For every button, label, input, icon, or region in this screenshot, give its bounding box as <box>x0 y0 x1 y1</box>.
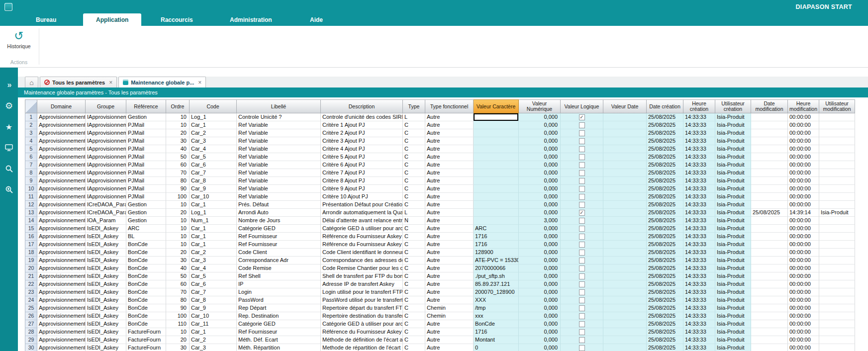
row-number-cell[interactable]: 3 <box>25 129 37 137</box>
cell-domaine[interactable]: Approvisionnement <box>37 145 86 153</box>
cell-description[interactable]: Délai d'attente avant relance entre <box>321 217 403 225</box>
cell-heure_modification[interactable]: 00:00:00 <box>788 264 819 272</box>
cell-utilisateur_creation[interactable]: Isia-Produit <box>715 225 751 233</box>
cell-utilisateur_creation[interactable]: Isia-Produit <box>715 280 751 288</box>
cell-ordre[interactable]: 70 <box>166 169 190 177</box>
zoom-icon[interactable] <box>5 185 13 194</box>
cell-date_creation[interactable]: 25/08/2025 <box>647 161 683 169</box>
cell-groupe[interactable]: IOA_Param <box>86 217 126 225</box>
row-number-cell[interactable]: 26 <box>25 312 37 320</box>
cell-heure_modification[interactable]: 00:00:00 <box>788 153 819 161</box>
cell-code[interactable]: Car_9 <box>190 185 237 193</box>
valeur-logique-checkbox[interactable] <box>579 345 585 351</box>
cell-groupe[interactable]: IApprovisionnement <box>86 121 126 129</box>
cell-description[interactable]: Référence du Fournisseur Askey d <box>321 241 403 249</box>
cell-domaine[interactable]: Approvisionnement <box>37 233 86 241</box>
cell-date_creation[interactable]: 25/08/2025 <box>647 185 683 193</box>
cell-heure_modification[interactable]: 00:00:00 <box>788 344 819 351</box>
cell-reference[interactable]: ARC <box>126 225 166 233</box>
cell-valeur_numerique[interactable]: 0,000 <box>519 145 561 153</box>
cell-valeur_logique[interactable] <box>561 249 603 257</box>
cell-utilisateur_modification[interactable] <box>819 137 855 145</box>
cell-heure_creation[interactable]: 14:33:33 <box>683 249 715 257</box>
cell-groupe[interactable]: IsEDI_Askey <box>86 328 126 336</box>
cell-ordre[interactable]: 20 <box>166 209 190 217</box>
cell-heure_creation[interactable]: 14:33:33 <box>683 201 715 209</box>
cell-heure_modification[interactable]: 00:00:00 <box>788 185 819 193</box>
cell-domaine[interactable]: Approvisionnement <box>37 288 86 296</box>
cell-valeur_numerique[interactable]: 0,000 <box>519 233 561 241</box>
cell-type[interactable]: C <box>403 264 425 272</box>
cell-description[interactable]: Critère 6 Ajout PJ <box>321 161 403 169</box>
cell-code[interactable]: Car_1 <box>190 241 237 249</box>
valeur-logique-checkbox[interactable] <box>579 138 585 144</box>
cell-heure_creation[interactable]: 14:33:33 <box>683 312 715 320</box>
cell-code[interactable]: Car_10 <box>190 312 237 320</box>
cell-utilisateur_creation[interactable]: Isia-Produit <box>715 320 751 328</box>
cell-valeur_caractere[interactable]: ./put_sftp.sh <box>474 272 519 280</box>
cell-valeur_date[interactable] <box>603 153 647 161</box>
cell-libelle[interactable]: IP <box>237 280 321 288</box>
row-number-cell[interactable]: 4 <box>25 137 37 145</box>
cell-heure_creation[interactable]: 14:33:33 <box>683 161 715 169</box>
cell-utilisateur_creation[interactable]: Isia-Produit <box>715 153 751 161</box>
cell-type_fonctionnel[interactable]: Autre <box>425 280 474 288</box>
cell-date_modification[interactable] <box>751 129 788 137</box>
cell-ordre[interactable]: 30 <box>166 344 190 351</box>
cell-libelle[interactable]: Arrondi Auto <box>237 209 321 217</box>
cell-date_modification[interactable]: 25/08/2025 <box>751 209 788 217</box>
cell-heure_modification[interactable]: 00:00:00 <box>788 233 819 241</box>
cell-utilisateur_creation[interactable]: Isia-Produit <box>715 201 751 209</box>
cell-domaine[interactable]: Approvisionnement <box>37 161 86 169</box>
cell-description[interactable]: Adresse IP de transfert Askey <box>321 280 403 288</box>
monitor-icon[interactable] <box>4 143 13 152</box>
cell-groupe[interactable]: IsEDI_Askey <box>86 233 126 241</box>
cell-libelle[interactable]: Code Client <box>237 249 321 257</box>
row-number-cell[interactable]: 6 <box>25 153 37 161</box>
cell-ordre[interactable]: 20 <box>166 129 190 137</box>
column-header-libelle[interactable]: Libellé <box>237 99 321 113</box>
cell-type_fonctionnel[interactable]: Autre <box>425 217 474 225</box>
cell-libelle[interactable]: Ref Variable <box>237 177 321 185</box>
cell-valeur_date[interactable] <box>603 161 647 169</box>
cell-heure_modification[interactable]: 00:00:00 <box>788 161 819 169</box>
cell-valeur_date[interactable] <box>603 288 647 296</box>
row-number-cell[interactable]: 18 <box>25 249 37 257</box>
cell-valeur_date[interactable] <box>603 241 647 249</box>
cell-heure_creation[interactable]: 14:33:33 <box>683 304 715 312</box>
cell-valeur_numerique[interactable]: 0,000 <box>519 209 561 217</box>
cell-domaine[interactable]: Approvisionnement <box>37 312 86 320</box>
cell-domaine[interactable]: Approvisionnement <box>37 304 86 312</box>
cell-heure_creation[interactable]: 14:33:33 <box>683 328 715 336</box>
cell-valeur_numerique[interactable]: 0,000 <box>519 185 561 193</box>
row-number-cell[interactable]: 27 <box>25 320 37 328</box>
cell-domaine[interactable]: Approvisionnement <box>37 193 86 201</box>
cell-utilisateur_modification[interactable] <box>819 280 855 288</box>
cell-type[interactable]: C <box>403 185 425 193</box>
cell-type_fonctionnel[interactable]: Autre <box>425 288 474 296</box>
cell-domaine[interactable]: Approvisionnement <box>37 280 86 288</box>
cell-valeur_logique[interactable] <box>561 129 603 137</box>
cell-type[interactable]: L <box>403 209 425 217</box>
cell-type_fonctionnel[interactable]: Autre <box>425 169 474 177</box>
menu-item-raccourcis[interactable]: Raccourcis <box>161 13 193 26</box>
cell-groupe[interactable]: IApprovisionnement <box>86 161 126 169</box>
cell-utilisateur_creation[interactable]: Isia-Produit <box>715 169 751 177</box>
cell-libelle[interactable]: Ref Variable <box>237 121 321 129</box>
cell-ordre[interactable]: 10 <box>166 201 190 209</box>
row-number-cell[interactable]: 19 <box>25 257 37 264</box>
cell-description[interactable]: Code Client identifiant le donneur d <box>321 249 403 257</box>
cell-valeur_date[interactable] <box>603 296 647 304</box>
grid-corner-header[interactable] <box>25 99 37 113</box>
cell-valeur_numerique[interactable]: 0,000 <box>519 328 561 336</box>
cell-date_modification[interactable] <box>751 312 788 320</box>
cell-valeur_date[interactable] <box>603 233 647 241</box>
cell-valeur_date[interactable] <box>603 225 647 233</box>
cell-date_modification[interactable] <box>751 169 788 177</box>
cell-type_fonctionnel[interactable]: Autre <box>425 137 474 145</box>
cell-libelle[interactable]: Ref Variable <box>237 161 321 169</box>
cell-type_fonctionnel[interactable]: Autre <box>425 161 474 169</box>
cell-valeur_numerique[interactable]: 0,000 <box>519 113 561 121</box>
valeur-logique-checkbox[interactable] <box>579 289 585 295</box>
cell-type[interactable]: C <box>403 145 425 153</box>
